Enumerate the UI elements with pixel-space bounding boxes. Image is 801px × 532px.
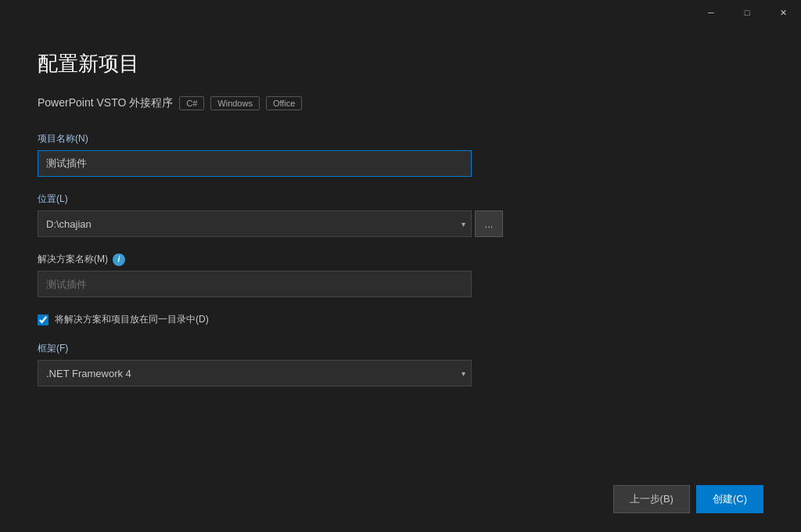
project-name-group: 项目名称(N) — [38, 132, 763, 177]
location-select-wrapper: D:\chajian ▾ — [38, 210, 472, 237]
solution-name-input[interactable] — [38, 271, 472, 297]
back-button[interactable]: 上一步(B) — [613, 485, 690, 513]
location-group: 位置(L) D:\chajian ▾ ... — [38, 192, 763, 237]
same-directory-row: 将解决方案和项目放在同一目录中(D) — [38, 313, 763, 326]
same-directory-label[interactable]: 将解决方案和项目放在同一目录中(D) — [55, 313, 209, 326]
project-name-label: 项目名称(N) — [38, 132, 763, 146]
location-select[interactable]: D:\chajian — [38, 210, 472, 237]
browse-button[interactable]: ... — [475, 210, 503, 237]
minimize-button[interactable]: ─ — [693, 0, 729, 25]
title-bar: ─ □ ✕ — [693, 0, 801, 25]
project-subtitle-row: PowerPoint VSTO 外接程序 C# Windows Office — [38, 96, 763, 110]
close-button[interactable]: ✕ — [765, 0, 801, 25]
solution-name-label: 解决方案名称(M) — [38, 253, 108, 266]
project-name-input[interactable] — [38, 150, 472, 177]
page-title: 配置新项目 — [38, 50, 763, 77]
location-label: 位置(L) — [38, 192, 763, 206]
framework-label: 框架(F) — [38, 342, 763, 355]
same-directory-checkbox[interactable] — [38, 315, 48, 325]
solution-name-label-row: 解决方案名称(M) i — [38, 253, 763, 266]
badge-csharp: C# — [179, 96, 204, 110]
framework-select-wrapper: .NET Framework 4 ▾ — [38, 360, 472, 386]
framework-group: 框架(F) .NET Framework 4 ▾ — [38, 342, 763, 386]
solution-name-info-icon[interactable]: i — [113, 253, 125, 266]
main-content: 配置新项目 PowerPoint VSTO 外接程序 C# Windows Of… — [0, 25, 801, 532]
project-type-label: PowerPoint VSTO 外接程序 — [38, 96, 173, 110]
badge-office: Office — [266, 96, 303, 110]
maximize-button[interactable]: □ — [729, 0, 765, 25]
badge-windows: Windows — [210, 96, 260, 110]
create-button[interactable]: 创建(C) — [696, 485, 763, 513]
solution-name-group: 解决方案名称(M) i — [38, 253, 763, 297]
framework-select[interactable]: .NET Framework 4 — [38, 360, 472, 386]
footer: 上一步(B) 创建(C) — [613, 485, 763, 513]
location-row: D:\chajian ▾ ... — [38, 210, 763, 237]
